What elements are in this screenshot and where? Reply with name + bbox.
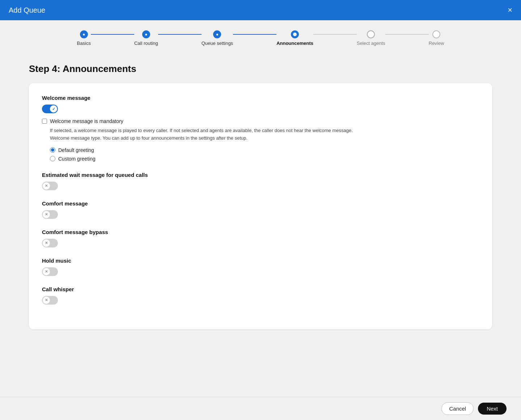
step-circle-select-agents	[367, 30, 375, 38]
section-title-estimated-wait: Estimated wait message for queued calls	[42, 172, 479, 178]
footer: Cancel Next	[0, 397, 521, 420]
custom-greeting-row: Custom greeting	[50, 156, 479, 162]
step-announcements: Announcements	[276, 30, 313, 46]
call-whisper-toggle[interactable]: ✕	[42, 296, 58, 305]
step-circle-queue-settings: ●	[213, 30, 221, 38]
check-icon-3: ●	[216, 32, 219, 37]
step-call-routing: ● Call routing	[134, 30, 158, 46]
comfort-bypass-toggle[interactable]: ✕	[42, 239, 58, 247]
step-line-1	[91, 34, 134, 35]
step-circle-review	[432, 30, 440, 38]
section-title-call-whisper: Call whisper	[42, 286, 479, 292]
step-circle-basics: ●	[80, 30, 88, 38]
next-button[interactable]: Next	[478, 403, 507, 415]
step-line-4	[313, 34, 357, 35]
toggle-x-icon-2: ✕	[45, 212, 48, 216]
active-dot	[293, 33, 297, 36]
toggle-x-icon-3: ✕	[45, 241, 48, 245]
section-call-whisper: Call whisper ✕	[42, 286, 479, 305]
hold-music-knob: ✕	[43, 268, 50, 275]
section-title-hold-music: Hold music	[42, 258, 479, 264]
dialog-title: Add Queue	[9, 6, 45, 14]
form-card: Welcome message ✓ Welcome message is man…	[29, 83, 492, 329]
comfort-bypass-knob: ✕	[43, 239, 50, 247]
check-icon: ●	[82, 32, 85, 37]
cancel-button[interactable]: Cancel	[441, 402, 474, 415]
section-comfort-bypass: Comfort message bypass ✕	[42, 229, 479, 247]
step-queue-settings: ● Queue settings	[202, 30, 233, 46]
stepper: ● Basics ● Call routing ● Queue settings	[77, 30, 444, 46]
welcome-toggle-slider: ✓	[42, 105, 58, 113]
mandatory-label[interactable]: Welcome message is mandatory	[50, 118, 123, 124]
default-greeting-label[interactable]: Default greeting	[58, 147, 94, 153]
custom-greeting-radio[interactable]	[50, 156, 55, 161]
step-label-review: Review	[429, 41, 444, 46]
section-welcome-message: Welcome message ✓ Welcome message is man…	[42, 95, 479, 162]
comfort-bypass-slider: ✕	[42, 239, 58, 247]
comfort-toggle[interactable]: ✕	[42, 210, 58, 219]
step-label-basics: Basics	[77, 41, 91, 46]
section-title-welcome: Welcome message	[42, 95, 479, 101]
step-line-2	[158, 34, 202, 35]
toggle-x-icon-1: ✕	[45, 184, 48, 188]
page-content: Step 4: Announcements Welcome message ✓ …	[0, 52, 521, 358]
welcome-toggle[interactable]: ✓	[42, 105, 58, 113]
stepper-container: ● Basics ● Call routing ● Queue settings	[0, 20, 521, 52]
call-whisper-slider: ✕	[42, 296, 58, 305]
section-estimated-wait: Estimated wait message for queued calls …	[42, 172, 479, 190]
estimated-wait-slider: ✕	[42, 182, 58, 190]
comfort-knob: ✕	[43, 211, 50, 218]
step-basics: ● Basics	[77, 30, 91, 46]
hold-music-toggle[interactable]: ✕	[42, 267, 58, 276]
step-select-agents: Select agents	[357, 30, 385, 46]
step-label-select-agents: Select agents	[357, 41, 385, 46]
step-label-queue-settings: Queue settings	[202, 41, 233, 46]
default-greeting-row: Default greeting	[50, 147, 479, 153]
header: Add Queue ×	[0, 0, 521, 20]
call-whisper-knob: ✕	[43, 297, 50, 304]
custom-greeting-label[interactable]: Custom greeting	[58, 156, 96, 162]
page-title: Step 4: Announcements	[29, 63, 492, 75]
mandatory-checkbox-row: Welcome message is mandatory	[42, 118, 479, 124]
estimated-wait-toggle[interactable]: ✕	[42, 182, 58, 190]
welcome-info-text: If selected, a welcome message is played…	[50, 127, 479, 142]
default-greeting-radio[interactable]	[50, 147, 55, 153]
step-label-announcements: Announcements	[276, 41, 313, 46]
comfort-slider: ✕	[42, 210, 58, 219]
toggle-x-icon-5: ✕	[45, 298, 48, 302]
mandatory-checkbox[interactable]	[42, 119, 47, 124]
check-icon-2: ●	[145, 32, 147, 37]
step-label-call-routing: Call routing	[134, 41, 158, 46]
step-line-5	[385, 34, 429, 35]
welcome-toggle-knob: ✓	[50, 105, 57, 113]
step-circle-call-routing: ●	[142, 30, 150, 38]
estimated-wait-knob: ✕	[43, 182, 50, 190]
greeting-radio-group: Default greeting Custom greeting	[50, 147, 479, 162]
step-line-3	[233, 34, 276, 35]
toggle-x-icon-4: ✕	[45, 270, 48, 273]
hold-music-slider: ✕	[42, 267, 58, 276]
toggle-check-icon: ✓	[52, 107, 55, 111]
close-button[interactable]: ×	[508, 6, 512, 14]
section-comfort-message: Comfort message ✕	[42, 200, 479, 219]
section-title-comfort-bypass: Comfort message bypass	[42, 229, 479, 235]
step-review: Review	[429, 30, 444, 46]
section-hold-music: Hold music ✕	[42, 258, 479, 276]
section-title-comfort: Comfort message	[42, 200, 479, 207]
step-circle-announcements	[291, 30, 299, 38]
